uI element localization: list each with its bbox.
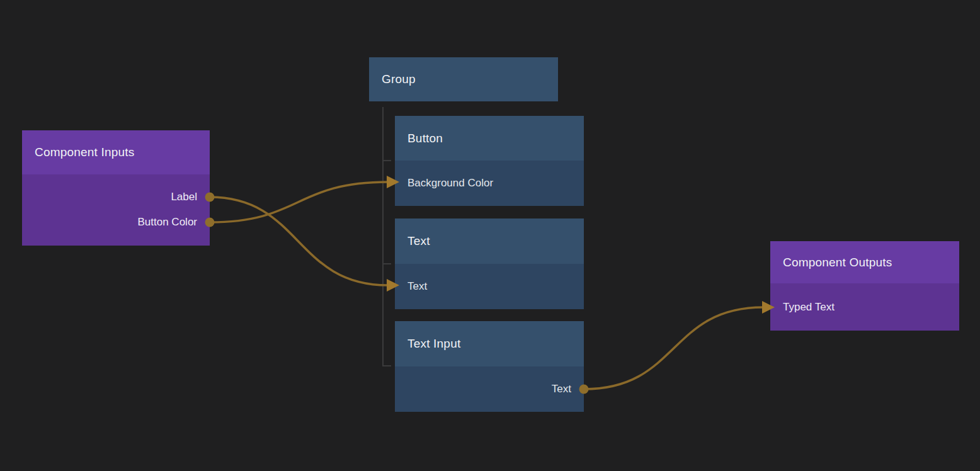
group-children-guide-line — [382, 107, 384, 366]
node-text-input[interactable]: Text Input Text — [395, 321, 584, 412]
node-component-inputs-title: Component Inputs — [35, 145, 134, 159]
node-component-outputs-body: Typed Text — [770, 283, 959, 331]
port-background-color-text: Background Color — [407, 177, 493, 190]
port-row-typed-text[interactable]: Typed Text — [770, 295, 959, 320]
port-row-label[interactable]: Label — [22, 184, 210, 210]
node-component-outputs-header[interactable]: Component Outputs — [770, 241, 959, 283]
node-group[interactable]: Group — [369, 57, 558, 101]
group-guide-tick-text — [382, 263, 391, 264]
node-button[interactable]: Button Background Color — [395, 116, 584, 206]
wire-text-to-typed-text[interactable] — [584, 307, 763, 389]
node-component-outputs[interactable]: Component Outputs Typed Text — [770, 241, 959, 331]
node-text-input-header[interactable]: Text Input — [395, 321, 584, 366]
port-label-text: Label — [171, 191, 197, 203]
node-text-title: Text — [407, 234, 430, 248]
node-button-header[interactable]: Button — [395, 116, 584, 161]
node-component-inputs-body: Label Button Color — [22, 174, 210, 246]
port-typed-text-text: Typed Text — [783, 301, 835, 314]
node-component-inputs[interactable]: Component Inputs Label Button Color — [22, 130, 210, 246]
port-row-text-out[interactable]: Text — [395, 366, 584, 412]
group-guide-tick-button — [382, 160, 391, 161]
node-group-title: Group — [382, 72, 416, 86]
node-component-inputs-header[interactable]: Component Inputs — [22, 130, 210, 174]
wire-button-color-to-background-color[interactable] — [210, 182, 388, 222]
node-text-input-title: Text Input — [407, 337, 460, 351]
node-text[interactable]: Text Text — [395, 218, 584, 309]
node-text-header[interactable]: Text — [395, 218, 584, 264]
node-graph-canvas[interactable]: Group Component Inputs Label Button Colo… — [0, 0, 980, 471]
group-guide-tick-text-input — [382, 365, 391, 366]
port-text-in-text: Text — [407, 280, 427, 293]
wire-label-to-text[interactable] — [210, 197, 388, 285]
node-group-header[interactable]: Group — [369, 57, 558, 101]
node-button-title: Button — [407, 132, 443, 145]
port-row-text-in[interactable]: Text — [395, 264, 584, 309]
port-button-color-text: Button Color — [138, 216, 198, 229]
port-row-button-color[interactable]: Button Color — [22, 210, 210, 235]
port-row-background-color[interactable]: Background Color — [395, 161, 584, 206]
node-component-outputs-title: Component Outputs — [783, 256, 892, 270]
port-text-out-text: Text — [552, 383, 571, 395]
